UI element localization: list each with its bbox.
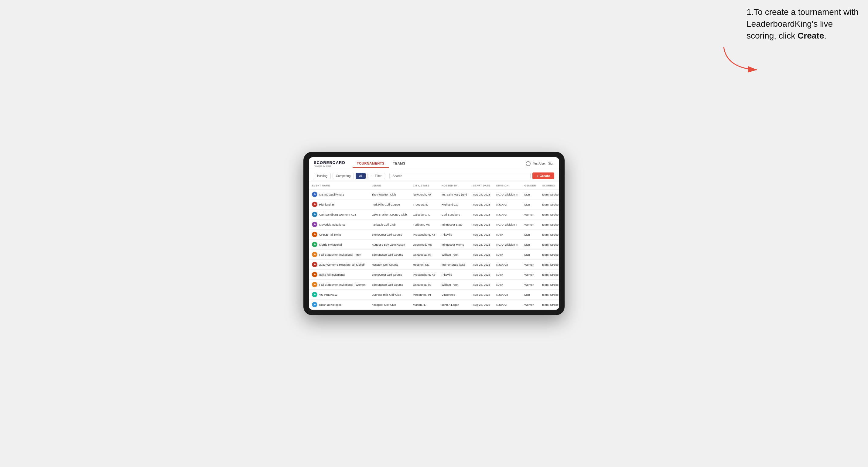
event-name-cell: ⚑ MSMC Qualifying 1 xyxy=(309,189,368,199)
competing-button[interactable]: Competing xyxy=(333,173,354,179)
search-input[interactable] xyxy=(390,173,531,179)
nav-tab-tournaments[interactable]: TOURNAMENTS xyxy=(352,160,389,167)
col-hosted-by: HOSTED BY xyxy=(439,182,470,189)
logo-text: SCOREBOARD xyxy=(314,160,345,165)
venue-cell: Park Hills Golf Course xyxy=(368,199,410,210)
table-row: ⚑ Maverick Invitational Faribault Golf C… xyxy=(309,220,559,229)
create-button[interactable]: + Create xyxy=(532,173,554,179)
start-date-cell: Aug 24, 2023 xyxy=(470,189,493,199)
gear-icon[interactable] xyxy=(526,161,531,166)
table-row: ⚑ Highland 36 Park Hills Golf CourseFree… xyxy=(309,199,559,210)
tablet-frame: SCOREBOARD Powered by Clippr TOURNAMENTS… xyxy=(303,152,565,315)
scoring-cell: team, Stroke Play xyxy=(539,300,559,310)
hosting-button[interactable]: Hosting xyxy=(314,173,331,179)
division-cell: NJCAA II xyxy=(493,290,521,300)
event-name: Maverick Invitational xyxy=(319,223,345,226)
table-row: ⚑ MSMC Qualifying 1 The Powelton ClubNew… xyxy=(309,189,559,199)
division-cell: NCAA Division II xyxy=(493,220,521,229)
division-cell: NJCAA I xyxy=(493,199,521,210)
gender-cell: Women xyxy=(521,260,539,270)
start-date-cell: Aug 26, 2023 xyxy=(470,210,493,220)
event-name: Highland 36 xyxy=(319,203,335,206)
team-logo: ⚑ xyxy=(312,232,317,237)
scoring-cell: team, Stroke Play xyxy=(539,270,559,280)
division-cell: NAIA xyxy=(493,270,521,280)
venue-cell: Faribault Golf Club xyxy=(368,220,410,229)
division-cell: NCAA Division III xyxy=(493,189,521,199)
col-division: DIVISION xyxy=(493,182,521,189)
col-city: CITY, STATE xyxy=(410,182,439,189)
nav-bar: SCOREBOARD Powered by Clippr TOURNAMENTS… xyxy=(309,157,559,170)
hosted-by-cell: Pikeville xyxy=(439,229,470,240)
toolbar: Hosting Competing All ☰ Filter + Create xyxy=(309,170,559,182)
all-button[interactable]: All xyxy=(355,173,366,179)
event-name-cell: ⚑ Klash at Kokopelli xyxy=(309,300,368,310)
event-name: Fall Statesmen Invitational - Women xyxy=(319,283,365,286)
gender-cell: Women xyxy=(521,300,539,310)
hosted-by-cell: William Penn xyxy=(439,280,470,290)
table-row: ⚑ Klash at Kokopelli Kokopelli Golf Club… xyxy=(309,300,559,310)
start-date-cell: Aug 28, 2023 xyxy=(470,290,493,300)
start-date-cell: Aug 25, 2023 xyxy=(470,199,493,210)
city-cell: Oskaloosa, IA xyxy=(410,250,439,260)
scoring-cell: team, Stroke Play xyxy=(539,260,559,270)
city-cell: Oskaloosa, IA xyxy=(410,280,439,290)
filter-button[interactable]: ☰ Filter xyxy=(368,173,385,179)
hosted-by-cell: John A Logan xyxy=(439,300,470,310)
scoring-cell: team, Stroke Play xyxy=(539,189,559,199)
event-name: Morris Invitational xyxy=(319,243,342,246)
logo-area: SCOREBOARD Powered by Clippr xyxy=(314,160,345,167)
division-cell: NJCAA I xyxy=(493,210,521,220)
annotation-text: 1.To create a tournament with Leaderboar… xyxy=(746,6,862,42)
gender-cell: Men xyxy=(521,189,539,199)
event-name: VU PREVIEW xyxy=(319,293,337,297)
division-cell: NAIA xyxy=(493,280,521,290)
col-start-date: START DATE xyxy=(470,182,493,189)
event-name-cell: ⚑ 2023 Women's Hesston Fall Kickoff xyxy=(309,260,368,270)
division-cell: NJCAA I xyxy=(493,300,521,310)
city-cell: Prestonsburg, KY xyxy=(410,229,439,240)
team-logo: ⚑ xyxy=(312,192,317,197)
scoring-cell: team, Stroke Play xyxy=(539,199,559,210)
event-name-cell: ⚑ Morris Invitational xyxy=(309,240,368,250)
start-date-cell: Aug 28, 2023 xyxy=(470,220,493,229)
team-logo: ⚑ xyxy=(312,212,317,217)
city-cell: Faribault, MN xyxy=(410,220,439,229)
team-logo: ⚑ xyxy=(312,262,317,267)
start-date-cell: Aug 28, 2023 xyxy=(470,250,493,260)
event-name: MSMC Qualifying 1 xyxy=(319,193,344,196)
event-name: Fall Statesmen Invitational - Men xyxy=(319,253,361,256)
division-cell: NCAA Division III xyxy=(493,240,521,250)
table-row: ⚑ upike fall invitational StoneCrest Gol… xyxy=(309,270,559,280)
start-date-cell: Aug 28, 2023 xyxy=(470,229,493,240)
nav-right: Test User | Sign xyxy=(526,161,554,166)
scoring-cell: team, Stroke Play xyxy=(539,250,559,260)
venue-cell: The Powelton Club xyxy=(368,189,410,199)
table-container: EVENT NAME VENUE CITY, STATE HOSTED BY S… xyxy=(309,182,559,310)
scoring-cell: team, Stroke Play xyxy=(539,229,559,240)
city-cell: Marion, IL xyxy=(410,300,439,310)
venue-cell: Hesston Golf Course xyxy=(368,260,410,270)
table-row: ⚑ Carl Sandburg Women FA23 Lake Bracken … xyxy=(309,210,559,220)
team-logo: ⚑ xyxy=(312,242,317,247)
start-date-cell: Aug 28, 2023 xyxy=(470,270,493,280)
gender-cell: Men xyxy=(521,250,539,260)
nav-tab-teams[interactable]: TEAMS xyxy=(389,160,410,167)
gender-cell: Women xyxy=(521,220,539,229)
nav-tabs: TOURNAMENTS TEAMS xyxy=(352,160,526,167)
scoring-cell: team, Stroke Play xyxy=(539,290,559,300)
table-row: ⚑ Morris Invitational Ruttger's Bay Lake… xyxy=(309,240,559,250)
table-row: ⚑ VU PREVIEW Cypress Hills Golf ClubVinc… xyxy=(309,290,559,300)
gender-cell: Men xyxy=(521,199,539,210)
hosted-by-cell: Minnesota State xyxy=(439,220,470,229)
table-row: ⚑ UPIKE Fall Invite StoneCrest Golf Cour… xyxy=(309,229,559,240)
event-name-cell: ⚑ Highland 36 xyxy=(309,199,368,210)
table-row: ⚑ 2023 Women's Hesston Fall Kickoff Hess… xyxy=(309,260,559,270)
gender-cell: Men xyxy=(521,229,539,240)
events-table: EVENT NAME VENUE CITY, STATE HOSTED BY S… xyxy=(309,182,559,310)
event-name: Klash at Kokopelli xyxy=(319,303,342,306)
venue-cell: StoneCrest Golf Course xyxy=(368,270,410,280)
team-logo: ⚑ xyxy=(312,282,317,287)
event-name: UPIKE Fall Invite xyxy=(319,233,341,236)
city-cell: Deerwood, MN xyxy=(410,240,439,250)
